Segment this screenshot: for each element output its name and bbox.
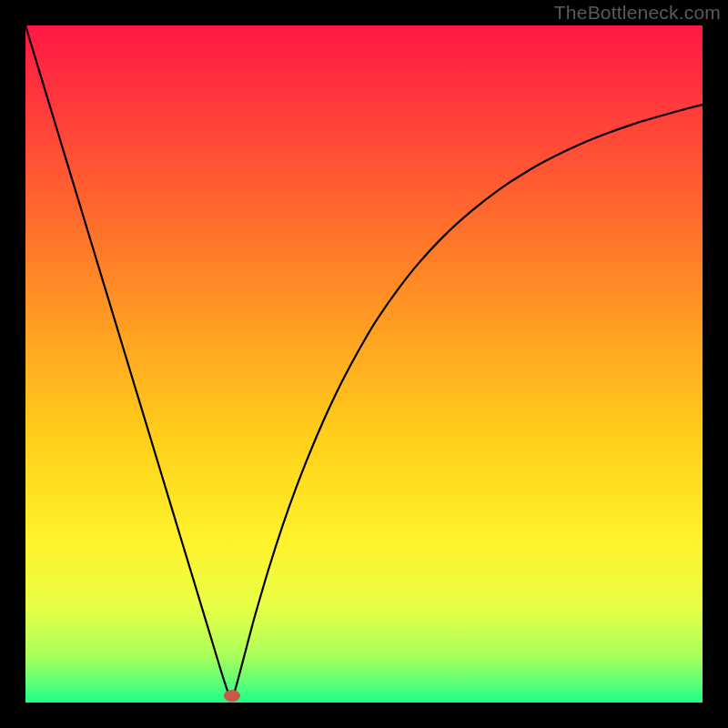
chart-svg	[25, 25, 703, 703]
plot-area	[25, 25, 703, 703]
optimum-marker	[224, 690, 240, 702]
chart-frame: TheBottleneck.com	[0, 0, 728, 728]
watermark-text: TheBottleneck.com	[554, 2, 721, 24]
